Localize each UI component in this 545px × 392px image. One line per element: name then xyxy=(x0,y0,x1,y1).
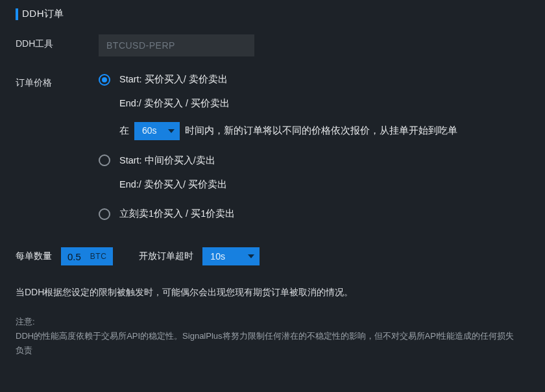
chevron-down-icon xyxy=(248,254,254,258)
qty-value: 0.5 xyxy=(67,251,81,262)
timeout-select[interactable]: 10s xyxy=(202,247,260,265)
qty-label: 每单数量 xyxy=(16,251,52,262)
price-option-3: 立刻卖1价买入 / 买1价卖出 xyxy=(99,208,529,220)
qty-unit: BTC xyxy=(90,252,107,261)
sweep-duration-select[interactable]: 60s xyxy=(134,122,180,140)
price-row: 订单价格 Start: 买价买入/ 卖价卖出 End:/ 卖价买入 / 买价卖出… xyxy=(16,73,529,220)
qty-timeout-row: 每单数量 0.5 BTC 开放订单超时 10s xyxy=(16,247,529,265)
price-option-2: Start: 中间价买入/卖出 End:/ 卖价买入/ 买价卖出 xyxy=(99,154,529,194)
price-label: 订单价格 xyxy=(16,73,99,89)
section-header: DDH订单 xyxy=(16,8,529,20)
sweep-suffix: 时间内，新的订单将以不同的价格依次报价，从挂单开始到吃单 xyxy=(185,122,457,140)
section-title: DDH订单 xyxy=(22,8,64,20)
price-radio-2[interactable] xyxy=(99,154,110,166)
ddh-tool-input[interactable] xyxy=(99,34,254,56)
sweep-duration-value: 60s xyxy=(142,122,157,140)
note-label: 注意: xyxy=(16,316,529,328)
price-option-1-sweep: 在 60s 时间内，新的订单将以不同的价格依次报价，从挂单开始到吃单 xyxy=(119,122,529,140)
tool-label: DDH工具 xyxy=(16,34,99,50)
price-option-1-start: Start: 买价买入/ 卖价卖出 xyxy=(119,73,228,86)
price-radio-1[interactable] xyxy=(99,74,110,86)
sweep-prefix: 在 xyxy=(119,122,129,140)
price-option-2-end: End:/ 卖价买入/ 买价卖出 xyxy=(119,176,529,194)
tool-row: DDH工具 xyxy=(16,34,529,56)
cancel-warning-text: 当DDH根据您设定的限制被触发时，可能偶尔会出现您现有期货订单被取消的情况。 xyxy=(16,285,529,300)
price-option-1: Start: 买价买入/ 卖价卖出 End:/ 卖价买入 / 买价卖出 在 60… xyxy=(99,73,529,140)
note-text: DDH的性能高度依赖于交易所API的稳定性。SignalPlus将努力限制任何潜… xyxy=(16,329,522,358)
timeout-label: 开放订单超时 xyxy=(139,251,193,262)
timeout-value: 10s xyxy=(210,251,225,262)
price-option-2-start: Start: 中间价买入/卖出 xyxy=(119,154,215,167)
accent-bar-icon xyxy=(16,8,18,20)
price-radio-3[interactable] xyxy=(99,208,110,220)
qty-input[interactable]: 0.5 BTC xyxy=(61,247,113,265)
chevron-down-icon xyxy=(168,129,175,133)
price-option-3-label: 立刻卖1价买入 / 买1价卖出 xyxy=(119,208,235,220)
price-option-1-end: End:/ 卖价买入 / 买价卖出 xyxy=(119,95,529,113)
